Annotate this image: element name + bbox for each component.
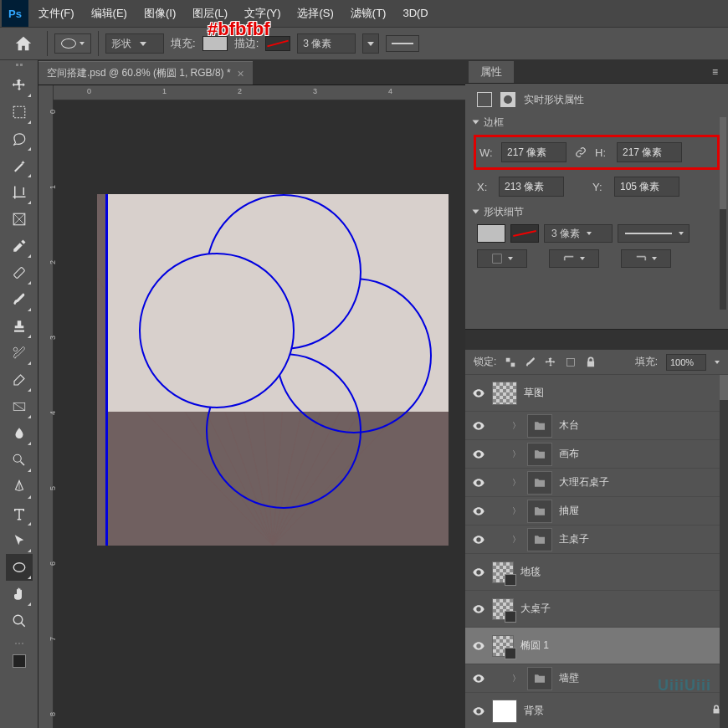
layer-name[interactable]: 大理石桌子 [559,475,609,490]
stroke-style-selector[interactable] [386,35,419,52]
toolbox-grip[interactable] [0,64,38,70]
brush-tool[interactable] [6,286,33,313]
move-tool[interactable] [6,72,33,99]
layer-name[interactable]: 主桌子 [559,532,589,546]
layer-row[interactable]: 大桌子 [465,591,728,628]
visibility-toggle[interactable] [472,533,485,546]
layer-name[interactable]: 地毯 [520,565,541,579]
eyedropper-tool[interactable] [6,233,33,259]
visibility-toggle[interactable] [472,387,485,400]
visibility-toggle[interactable] [472,448,485,461]
fill-opacity-input[interactable] [666,354,706,371]
layer-name[interactable]: 墙壁 [559,671,579,685]
layer-row[interactable]: 〉大理石桌子 [465,469,728,497]
path-select-tool[interactable] [6,527,33,554]
home-button[interactable] [7,30,40,57]
visibility-toggle[interactable] [472,602,485,616]
panel-menu-icon[interactable]: ≡ [705,66,725,78]
menu-3d[interactable]: 3D(D [394,0,436,27]
align-btn-1[interactable] [477,249,527,268]
tool-mode-dropdown[interactable]: 形状 [105,33,164,54]
gradient-tool[interactable] [6,393,33,420]
type-tool[interactable] [6,500,33,527]
width-input[interactable] [501,142,567,162]
menu-edit[interactable]: 编辑(E) [83,0,136,27]
layer-name[interactable]: 草图 [524,386,544,400]
menu-file[interactable]: 文件(F) [30,0,83,27]
close-tab-icon[interactable]: × [238,67,244,80]
chevron-right-icon[interactable]: 〉 [512,673,520,684]
layer-row[interactable]: 背景 [465,693,728,728]
properties-tab[interactable]: 属性 [469,61,514,83]
menu-filter[interactable]: 滤镜(T) [342,0,395,27]
history-brush-tool[interactable] [6,340,33,367]
lock-transparency-icon[interactable] [505,356,516,368]
detail-stroke-width[interactable]: 3 像素 [544,224,613,243]
stamp-tool[interactable] [6,313,33,340]
ruler-horizontal[interactable]: 0 1 2 3 4 [54,85,465,100]
lock-all-icon[interactable] [585,356,597,368]
magic-wand-tool[interactable] [6,152,33,179]
layer-name[interactable]: 大桌子 [520,602,551,616]
eraser-tool[interactable] [6,367,33,393]
layer-row[interactable]: 草图 [465,375,728,412]
marquee-tool[interactable] [6,99,33,126]
layer-name[interactable]: 背景 [524,704,544,718]
crop-tool[interactable] [6,179,33,206]
lock-move-icon[interactable] [545,356,556,368]
lasso-tool[interactable] [6,126,33,152]
chevron-right-icon[interactable]: 〉 [512,477,520,489]
frame-tool[interactable] [6,206,33,233]
stroke-width-dropdown[interactable] [362,33,379,54]
healing-tool[interactable] [6,259,33,286]
section-detail[interactable]: 形状细节 [477,205,716,219]
lock-artboard-icon[interactable] [565,356,577,368]
lock-brush-icon[interactable] [525,356,536,368]
chevron-right-icon[interactable]: 〉 [512,420,520,432]
props-scrollbar[interactable] [720,117,726,310]
visibility-toggle[interactable] [472,419,485,433]
hand-tool[interactable] [6,581,33,608]
shape-preset-selector[interactable] [54,33,91,54]
layer-name[interactable]: 抽屉 [559,504,579,518]
layer-name[interactable]: 椭圆 1 [520,638,549,653]
dodge-tool[interactable] [6,447,33,474]
ellipse-tool[interactable] [6,554,33,581]
visibility-toggle[interactable] [472,505,485,518]
visibility-toggle[interactable] [472,672,485,685]
visibility-toggle[interactable] [472,705,485,718]
layer-row[interactable]: 〉木台 [465,412,728,440]
link-wh-icon[interactable] [572,143,590,161]
visibility-toggle[interactable] [472,476,485,490]
align-btn-3[interactable] [621,249,671,268]
layer-row[interactable]: 地毯 [465,554,728,591]
blur-tool[interactable] [6,420,33,447]
height-input[interactable] [617,142,682,162]
layer-row[interactable]: 〉主桌子 [465,525,728,554]
y-input[interactable] [614,177,679,197]
detail-fill-swatch[interactable] [477,224,505,243]
foreground-color[interactable] [6,648,33,674]
visibility-toggle[interactable] [472,566,485,579]
document-tab[interactable]: 空间搭建.psd @ 60.8% (椭圆 1, RGB/8) * × [38,61,253,85]
layer-row[interactable]: 〉抽屉 [465,497,728,525]
visibility-toggle[interactable] [472,639,485,653]
detail-stroke-style[interactable] [618,224,690,243]
layer-row[interactable]: 椭圆 1 [465,628,728,664]
menu-select[interactable]: 选择(S) [289,0,341,27]
layer-name[interactable]: 木台 [559,418,579,433]
canvas-area[interactable]: 0 1 2 3 4 5 6 7 8 0 1 2 3 4 [38,85,465,728]
pen-tool[interactable] [6,474,33,500]
zoom-tool[interactable] [6,608,33,634]
align-btn-2[interactable] [549,249,599,268]
chevron-right-icon[interactable]: 〉 [512,449,520,460]
stroke-width-input[interactable]: 3 像素 [297,33,356,54]
canvas[interactable] [97,194,449,546]
ruler-vertical[interactable]: 0 1 2 3 4 5 6 7 8 [38,85,54,728]
detail-stroke-swatch[interactable] [510,224,539,243]
chevron-right-icon[interactable]: 〉 [512,505,520,517]
chevron-right-icon[interactable]: 〉 [512,534,520,546]
layer-name[interactable]: 画布 [559,447,579,461]
layer-row[interactable]: 〉画布 [465,440,728,469]
x-input[interactable] [499,177,564,197]
